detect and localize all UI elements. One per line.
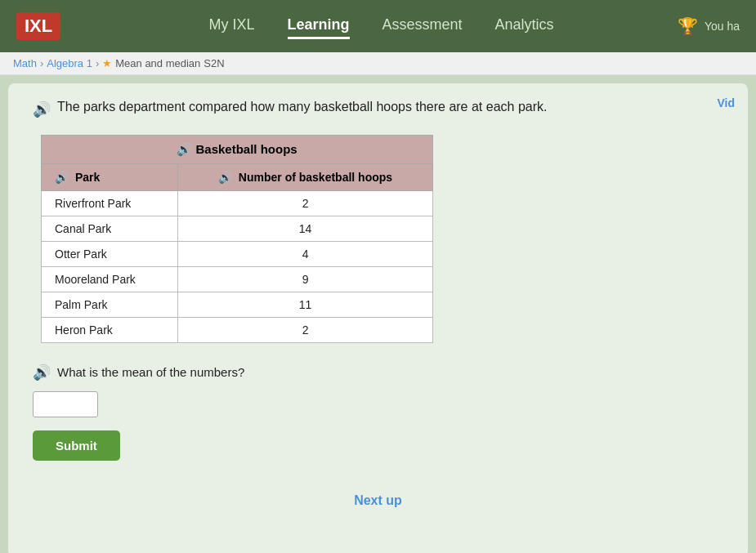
main-question: 🔊 The parks department compared how many… [33, 100, 723, 118]
col1-speaker-icon[interactable]: 🔊 [55, 171, 69, 184]
table-header-row: 🔊 Park 🔊 Number of basketball hoops [42, 164, 433, 191]
table-row: Palm Park11 [42, 292, 433, 318]
sub-question-text: What is the mean of the numbers? [57, 365, 244, 379]
table-row: Mooreland Park9 [42, 267, 433, 292]
basketball-hoops-table: 🔊 Basketball hoops 🔊 Park 🔊 Number of ba… [41, 135, 433, 343]
breadcrumb: Math › Algebra 1 › ★ Mean and median S2N [0, 52, 756, 75]
question-text: The parks department compared how many b… [57, 100, 547, 114]
hoops-cell: 2 [178, 191, 433, 216]
park-cell: Mooreland Park [42, 267, 178, 292]
col1-header: 🔊 Park [42, 164, 178, 191]
hoops-cell: 2 [178, 318, 433, 343]
hoops-cell: 11 [178, 292, 433, 318]
sub-question: 🔊 What is the mean of the numbers? [33, 363, 723, 381]
table-body: Riverfront Park2Canal Park14Otter Park4M… [42, 191, 433, 343]
breadcrumb-current: Mean and median [115, 57, 200, 69]
table-title-text: Basketball hoops [195, 142, 297, 156]
park-cell: Canal Park [42, 216, 178, 242]
next-up-link[interactable]: Next up [354, 493, 402, 508]
nav-link-learning[interactable]: Learning [288, 13, 350, 39]
park-cell: Heron Park [42, 318, 178, 343]
question-speaker-icon[interactable]: 🔊 [33, 100, 51, 118]
hoops-cell: 9 [178, 267, 433, 292]
table-title: 🔊 Basketball hoops [42, 136, 433, 164]
table-row: Canal Park14 [42, 216, 433, 242]
breadcrumb-algebra[interactable]: Algebra 1 [47, 57, 92, 69]
nav-links: My IXL Learning Assessment Analytics [85, 13, 678, 39]
breadcrumb-math[interactable]: Math [13, 57, 37, 69]
col1-header-text: Park [75, 171, 100, 184]
park-cell: Palm Park [42, 292, 178, 318]
nav-link-analytics[interactable]: Analytics [495, 13, 554, 39]
vid-label[interactable]: Vid [717, 96, 735, 109]
table-title-speaker[interactable]: 🔊 [177, 142, 192, 156]
park-cell: Riverfront Park [42, 191, 178, 216]
table-title-row: 🔊 Basketball hoops [42, 136, 433, 164]
col2-speaker-icon[interactable]: 🔊 [218, 171, 232, 184]
nav-link-myixl[interactable]: My IXL [209, 13, 255, 39]
answer-input[interactable] [33, 391, 98, 417]
trophy-icon: 🏆 [678, 16, 698, 36]
navbar: IXL My IXL Learning Assessment Analytics… [0, 0, 756, 52]
breadcrumb-sep2: › [96, 57, 99, 69]
main-content: Vid 🔊 The parks department compared how … [8, 83, 748, 553]
sub-question-speaker-icon[interactable]: 🔊 [33, 363, 51, 381]
hoops-cell: 14 [178, 216, 433, 242]
submit-button[interactable]: Submit [33, 430, 120, 461]
table-row: Riverfront Park2 [42, 191, 433, 216]
park-cell: Otter Park [42, 242, 178, 267]
logo[interactable]: IXL [16, 12, 60, 40]
user-label: You ha [705, 20, 740, 33]
table-row: Heron Park2 [42, 318, 433, 343]
breadcrumb-code: S2N [204, 57, 224, 69]
data-table-container: 🔊 Basketball hoops 🔊 Park 🔊 Number of ba… [41, 135, 723, 343]
col2-header-text: Number of basketball hoops [239, 171, 392, 184]
breadcrumb-star: ★ [102, 57, 112, 69]
hoops-cell: 4 [178, 242, 433, 267]
nav-link-assessment[interactable]: Assessment [382, 13, 463, 39]
breadcrumb-sep1: › [40, 57, 43, 69]
col2-header: 🔊 Number of basketball hoops [178, 164, 433, 191]
user-area: 🏆 You ha [678, 16, 740, 36]
next-up-row: Next up [33, 485, 723, 508]
table-row: Otter Park4 [42, 242, 433, 267]
